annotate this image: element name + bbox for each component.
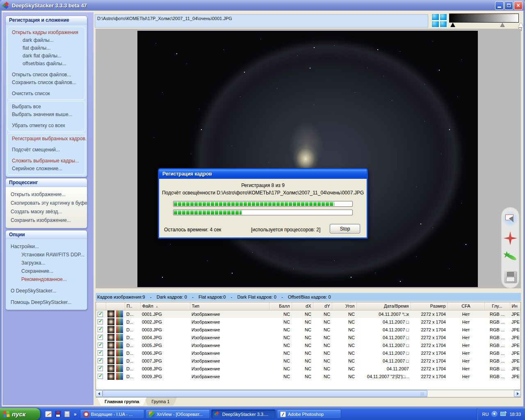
clock[interactable]: 18:33 <box>509 412 521 417</box>
row-checkbox[interactable] <box>98 366 103 371</box>
table-row[interactable]: D... 0009.JPG Изображение NC NC NC NC 04… <box>96 372 520 380</box>
taskbar-task-button[interactable]: DeepSkyStacker 3.3.... <box>211 409 276 419</box>
sidebar-item[interactable]: offset/bias файлы... <box>8 60 85 68</box>
floppy-disk-icon[interactable] <box>55 411 61 417</box>
column-header[interactable]: Балл <box>269 302 292 310</box>
compose-mail-icon[interactable] <box>45 411 52 417</box>
four-pane-icon[interactable] <box>431 14 447 27</box>
row-checkbox[interactable] <box>98 374 103 379</box>
cell-dx: NC <box>292 326 313 333</box>
cell-datetime: 04.11.2007 □ <box>356 349 411 357</box>
table-row[interactable]: D... 0005.JPG Изображение NC NC NC NC 04… <box>96 341 520 349</box>
table-row[interactable]: D... 0008.JPG Изображение NC NC NC NC 04… <box>96 365 520 372</box>
cell-size: 2272 x 1704 <box>411 326 447 333</box>
panel-options: Опции Настройки... Установки RAW/FITS DD… <box>5 230 87 310</box>
scroll-track[interactable] <box>103 390 514 397</box>
sidebar-item[interactable]: Открыть список файлов... <box>8 71 85 79</box>
cell-dx: NC <box>292 372 313 380</box>
window-titlebar[interactable]: DeepSkyStacker 3.3.3 beta 47 × <box>0 0 525 11</box>
toolbar-tool[interactable] <box>502 249 518 265</box>
column-header[interactable]: Угол <box>332 302 356 310</box>
group-tab[interactable]: Главная группа <box>97 397 146 406</box>
table-row[interactable]: D... 0007.JPG Изображение NC NC NC NC 04… <box>96 357 520 365</box>
row-checkbox[interactable] <box>98 327 103 332</box>
image-viewer[interactable] <box>96 29 521 288</box>
table-row[interactable]: D... 0006.JPG Изображение NC NC NC NC 04… <box>96 349 520 357</box>
panel-registration-header: Регистрация и сложение <box>6 16 87 25</box>
cell-dy: NC <box>313 349 332 357</box>
sidebar-item[interactable]: dark flat файлы... <box>8 52 85 60</box>
sidebar-item[interactable]: Установки RAW/FITS DDP... <box>7 251 86 259</box>
minimize-button[interactable] <box>495 1 504 10</box>
taskbar-task-button[interactable]: Adobe Photoshop <box>277 409 341 419</box>
column-header[interactable]: dX <box>292 302 313 310</box>
sidebar-item[interactable]: Выбрать значения выше... <box>8 111 85 119</box>
sidebar-item[interactable]: Очистить список <box>8 90 85 98</box>
toolbar-tool[interactable] <box>502 268 518 285</box>
collapse-chevron-icon[interactable] <box>491 411 498 417</box>
rgb-histogram-icon <box>116 365 123 372</box>
dialog-titlebar[interactable]: Регистрация кадров <box>159 169 367 179</box>
sidebar-item[interactable]: Загрузка... <box>7 259 86 267</box>
network-icon[interactable] <box>500 411 507 417</box>
table-row[interactable]: D... 0002.JPG Изображение NC NC NC NC 04… <box>96 318 520 326</box>
language-indicator[interactable]: RU <box>482 412 489 417</box>
table-row[interactable]: D... 0001.JPG Изображение NC NC NC NC 04… <box>96 310 520 318</box>
sidebar-item[interactable]: Открыть кадры изображения <box>8 29 85 37</box>
column-header[interactable]: Глу... <box>484 302 510 310</box>
cell-cfa: Нет <box>447 318 484 326</box>
sidebar-item[interactable]: Регистрация выбранных кадров... <box>8 135 85 143</box>
sidebar-item[interactable]: Сохранить изображение... <box>7 216 86 225</box>
taskbar-task-button[interactable]: Входящие - I.UA - ... <box>80 409 144 419</box>
column-header[interactable]: Тип <box>190 302 269 310</box>
stop-button[interactable]: Stop <box>330 224 360 233</box>
scroll-thumb[interactable] <box>103 390 427 397</box>
rgb-histogram-icon <box>116 334 123 341</box>
sidebar-item[interactable]: Скопировать эту картинку в буфер <box>7 199 86 208</box>
row-checkbox[interactable] <box>98 312 103 317</box>
sidebar-item[interactable]: Сохранение... <box>7 267 86 275</box>
scroll-right-button[interactable] <box>514 390 521 397</box>
sidebar-item[interactable]: Открыть изображение... <box>7 190 86 199</box>
column-header[interactable] <box>96 302 106 310</box>
close-button[interactable]: × <box>514 1 523 10</box>
sidebar-item[interactable]: flat файлы... <box>8 44 85 52</box>
row-checkbox[interactable] <box>98 335 103 340</box>
sidebar-item[interactable]: Сохранить список файлов... <box>8 79 85 87</box>
table-row[interactable]: D... 0003.JPG Изображение NC NC NC NC 04… <box>96 326 520 333</box>
sidebar-item[interactable]: Помощь DeepSkyStacker... <box>7 298 86 306</box>
table-row[interactable]: D... 0004.JPG Изображение NC NC NC NC 04… <box>96 333 520 341</box>
sidebar-item[interactable]: Подсчёт смещений... <box>8 146 85 154</box>
toolbar-tool[interactable] <box>502 211 518 227</box>
column-header[interactable]: dY <box>313 302 332 310</box>
quick-launch-overflow-icon[interactable]: » <box>74 411 77 417</box>
sidebar-item[interactable]: Настройки... <box>7 242 86 251</box>
column-header[interactable]: Размер <box>411 302 447 310</box>
column-header[interactable] <box>106 302 125 310</box>
sidebar-item[interactable]: О DeepSkyStacker... <box>7 287 86 295</box>
sidebar-item[interactable]: Серийное сложение... <box>8 165 85 173</box>
sidebar-item[interactable]: dark файлы... <box>8 37 85 44</box>
column-header[interactable]: Ин <box>510 302 520 310</box>
start-button[interactable]: пуск <box>0 408 40 420</box>
frame-thumbnail-icon <box>107 357 114 364</box>
restore-button[interactable] <box>504 1 513 10</box>
calculator-icon[interactable] <box>64 411 70 417</box>
column-header[interactable]: CFA <box>447 302 484 310</box>
row-checkbox[interactable] <box>98 358 103 363</box>
column-header[interactable]: Файл <box>140 302 190 310</box>
scroll-left-button[interactable] <box>96 390 103 397</box>
taskbar-task-button[interactable]: XnView - [Обозреват... <box>146 409 210 419</box>
row-checkbox[interactable] <box>98 350 103 356</box>
sidebar-item[interactable]: Убрать отметку со всех <box>8 122 85 130</box>
sidebar-item[interactable]: Выбрать все <box>8 103 85 111</box>
column-header[interactable]: П.. <box>125 302 140 310</box>
sidebar-item[interactable]: Рекомендованное... <box>7 275 86 283</box>
sidebar-item[interactable]: Создать маску звёзд... <box>7 208 86 216</box>
toolbar-tool[interactable] <box>502 230 518 247</box>
column-header[interactable]: Дата/Время <box>356 302 411 310</box>
sidebar-item[interactable]: Сложить выбранные кадры... <box>8 157 85 165</box>
row-checkbox[interactable] <box>98 342 103 348</box>
group-tab[interactable]: Группа 1 <box>144 397 177 406</box>
row-checkbox[interactable] <box>98 319 103 324</box>
